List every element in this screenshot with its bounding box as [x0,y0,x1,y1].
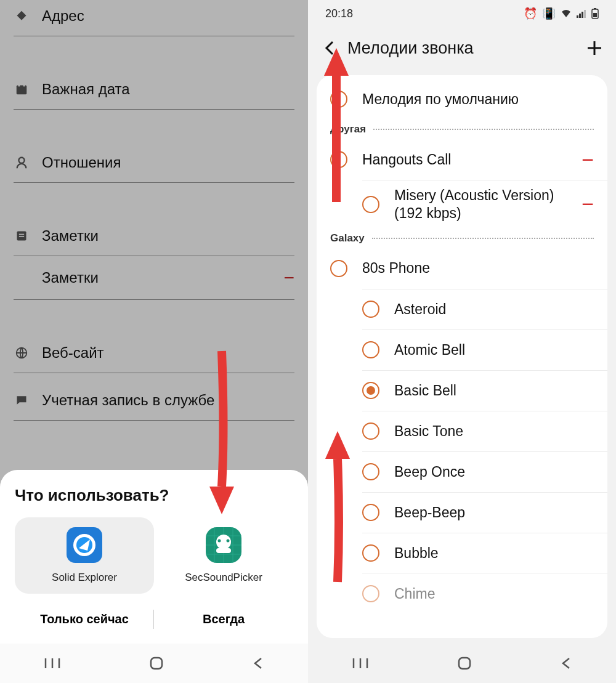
ringtone-label: Asteroid [394,301,594,318]
svg-point-19 [218,540,221,543]
status-time: 20:18 [325,7,353,20]
android-nav-bar [0,644,308,683]
ringtone-label: Misery (Acoustic Version) (192 kbps) [394,187,577,222]
group-galaxy: Galaxy [317,228,607,248]
sheet-title: Что использовать? [15,486,293,505]
alarm-icon: ⏰ [524,7,537,20]
ringtone-label: Basic Bell [394,382,594,400]
svg-rect-28 [577,15,578,18]
back-button[interactable] [319,38,340,59]
svg-rect-40 [459,658,470,669]
radio-icon[interactable] [362,504,379,521]
solid-explorer-icon [67,527,102,563]
ringtone-label: Basic Tone [394,422,594,440]
ringtone-label: Beep Once [394,463,594,481]
ringtone-misery[interactable]: Misery (Acoustic Version) (192 kbps) − [362,180,607,228]
radio-icon[interactable] [330,151,347,168]
ringtone-bubble[interactable]: Bubble [362,533,607,573]
ringtone-basic-bell[interactable]: Basic Bell [362,370,607,411]
radio-icon[interactable] [362,196,379,213]
svg-rect-29 [579,14,581,18]
ringtone-beep-once[interactable]: Beep Once [362,451,607,492]
vibrate-icon: 📳 [542,7,556,20]
signal-icon [577,9,586,18]
app-label: SecSoundPicker [185,572,262,584]
back-icon[interactable] [253,656,264,671]
ringtone-beep-beep[interactable]: Beep-Beep [362,492,607,533]
ringtone-default[interactable]: Мелодия по умолчанию [317,79,607,119]
app-chooser-sheet: Что использовать? Solid Explorer [0,470,308,644]
ringtone-label: 80s Phone [362,259,594,277]
sheet-buttons: Только сейчас Всегда [15,605,293,634]
home-icon[interactable] [149,656,164,671]
app-solid-explorer[interactable]: Solid Explorer [15,517,154,594]
radio-icon[interactable] [362,422,379,440]
ringtone-80s[interactable]: 80s Phone [317,248,607,289]
svg-rect-21 [216,548,231,553]
ringtone-label: Мелодия по умолчанию [362,91,594,108]
ringtone-hangouts[interactable]: Hangouts Call − [317,139,607,180]
radio-icon[interactable] [362,301,379,318]
apps-row: Solid Explorer [15,517,293,594]
remove-icon[interactable]: − [582,148,594,172]
svg-rect-30 [582,12,583,18]
app-sec-sound-picker[interactable]: SecSoundPicker [154,517,293,594]
status-icons: ⏰ 📳 [524,7,599,20]
just-once-button[interactable]: Только сейчас [15,605,154,634]
ringtone-list: Мелодия по умолчанию Другая Hangouts Cal… [317,75,607,638]
ringtone-chime[interactable]: Chime [362,573,607,614]
radio-icon[interactable] [330,91,347,108]
app-label: Solid Explorer [52,572,117,584]
appbar-title: Мелодии звонка [347,39,584,58]
radio-icon[interactable] [330,260,347,277]
android-nav-bar [308,644,616,683]
back-icon[interactable] [561,656,572,671]
svg-rect-34 [593,13,597,17]
radio-icon[interactable] [362,382,379,399]
group-label: Другая [330,123,366,135]
group-label: Galaxy [330,232,365,245]
status-bar: 20:18 ⏰ 📳 [308,0,616,27]
home-icon[interactable] [457,656,472,671]
ringtone-label: Hangouts Call [362,151,577,169]
ringtone-label: Beep-Beep [394,504,594,522]
radio-icon[interactable] [362,544,379,562]
ringtone-label: Chime [394,585,594,603]
recents-icon[interactable] [44,657,60,669]
radio-icon[interactable] [362,463,379,480]
recents-icon[interactable] [352,657,368,669]
svg-rect-25 [151,658,162,669]
ringtone-label: Bubble [394,544,594,562]
radio-icon[interactable] [362,585,379,602]
left-pane: Адрес Важная дата Отношения [0,0,308,683]
svg-rect-31 [584,10,586,18]
right-pane: 20:18 ⏰ 📳 Мелодии звонка [308,0,616,683]
ringtone-asteroid[interactable]: Asteroid [362,289,607,329]
wifi-icon [561,9,572,18]
sec-sound-picker-icon [206,527,241,563]
app-bar: Мелодии звонка [308,27,616,69]
radio-icon[interactable] [362,341,379,358]
ringtone-atomic-bell[interactable]: Atomic Bell [362,329,607,370]
battery-icon [591,8,599,19]
svg-point-20 [227,540,230,543]
ringtone-label: Atomic Bell [394,341,594,359]
add-button[interactable] [584,38,605,59]
always-button[interactable]: Всегда [154,605,293,634]
group-other: Другая [317,119,607,139]
remove-icon[interactable]: − [582,192,594,216]
ringtone-basic-tone[interactable]: Basic Tone [362,411,607,451]
